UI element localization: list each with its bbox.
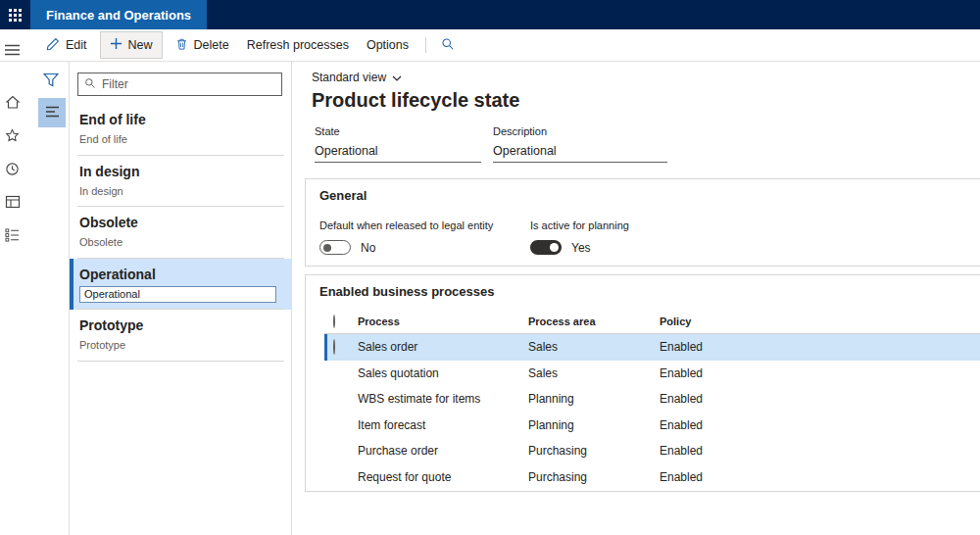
grid-row-purchase-order[interactable]: Purchase order Purchasing Enabled bbox=[324, 438, 980, 464]
view-selector-label: Standard view bbox=[312, 71, 386, 84]
cell-process-area: Planning bbox=[528, 418, 660, 432]
cell-policy: Enabled bbox=[660, 340, 980, 354]
view-selector[interactable]: Standard view bbox=[312, 71, 402, 84]
cell-process: WBS estimate for items bbox=[358, 392, 528, 406]
general-section: General Default when released to legal e… bbox=[305, 178, 980, 267]
menu-button[interactable] bbox=[0, 39, 24, 63]
cell-policy: Enabled bbox=[660, 444, 980, 458]
refresh-processes-button[interactable]: Refresh processes bbox=[238, 33, 358, 57]
description-label: Description bbox=[493, 125, 667, 137]
default-released-toggle-group: Default when released to legal entity No bbox=[319, 219, 493, 255]
top-navigation-bar: Finance and Operations bbox=[0, 0, 980, 29]
new-label: New bbox=[128, 38, 153, 52]
edit-label: Edit bbox=[66, 38, 87, 52]
list-item-in-design[interactable]: In design In design bbox=[70, 156, 291, 208]
refresh-processes-label: Refresh processes bbox=[247, 38, 349, 52]
navigation-rail bbox=[0, 33, 24, 535]
list-item-obsolete[interactable]: Obsolete Obsolete bbox=[70, 207, 291, 259]
home-icon bbox=[5, 95, 21, 114]
app-launcher-button[interactable] bbox=[0, 0, 30, 29]
delete-label: Delete bbox=[194, 38, 229, 52]
description-value[interactable]: Operational bbox=[493, 139, 667, 163]
plus-icon bbox=[110, 37, 122, 53]
state-label: State bbox=[315, 125, 481, 137]
workspaces-button[interactable] bbox=[0, 192, 24, 216]
edit-button[interactable]: Edit bbox=[37, 32, 96, 59]
active-for-planning-value: Yes bbox=[571, 241, 591, 255]
state-field: State Operational bbox=[315, 125, 481, 163]
item-subtitle: End of life bbox=[79, 133, 283, 145]
item-subtitle-input[interactable] bbox=[79, 286, 276, 303]
filter-input[interactable] bbox=[102, 77, 275, 91]
general-section-title: General bbox=[319, 188, 367, 203]
options-label: Options bbox=[367, 38, 409, 52]
home-button[interactable] bbox=[0, 92, 24, 116]
grid-header-row: Process Process area Policy bbox=[324, 309, 980, 334]
grid-row-sales-quotation[interactable]: Sales quotation Sales Enabled bbox=[324, 361, 980, 387]
active-for-planning-label: Is active for planning bbox=[530, 219, 629, 231]
options-button[interactable]: Options bbox=[358, 33, 417, 57]
column-header-process[interactable]: Process bbox=[358, 316, 528, 327]
modules-button[interactable] bbox=[0, 225, 24, 249]
column-header-process-area[interactable]: Process area bbox=[528, 316, 660, 327]
toolbar-divider bbox=[425, 37, 426, 53]
lifecycle-state-list-panel: End of life End of life In design In des… bbox=[70, 62, 291, 535]
trash-icon bbox=[175, 37, 188, 54]
list-item-operational[interactable]: Operational bbox=[70, 259, 291, 311]
list-item-end-of-life[interactable]: End of life End of life bbox=[70, 104, 291, 156]
favorites-star-icon bbox=[5, 128, 20, 147]
cell-process-area: Planning bbox=[528, 392, 660, 406]
app-title[interactable]: Finance and Operations bbox=[30, 0, 207, 29]
menu-icon bbox=[5, 42, 20, 60]
recent-button[interactable] bbox=[0, 159, 24, 182]
list-item-prototype[interactable]: Prototype Prototype bbox=[70, 310, 291, 362]
filter-search-icon bbox=[84, 75, 96, 93]
cell-process: Sales quotation bbox=[358, 366, 528, 380]
row-radio[interactable] bbox=[333, 339, 335, 355]
item-subtitle: In design bbox=[79, 185, 283, 197]
item-title: Operational bbox=[79, 267, 283, 282]
cell-policy: Enabled bbox=[660, 392, 980, 406]
modules-icon bbox=[5, 228, 20, 246]
cell-policy: Enabled bbox=[660, 470, 980, 484]
edit-pencil-icon bbox=[46, 37, 60, 54]
filter-box bbox=[77, 73, 282, 96]
column-header-policy[interactable]: Policy bbox=[660, 316, 980, 327]
favorites-button[interactable] bbox=[0, 125, 24, 149]
filter-button[interactable] bbox=[39, 71, 63, 92]
cell-process: Sales order bbox=[358, 340, 528, 354]
enabled-business-processes-section: Enabled business processes Process Proce… bbox=[305, 274, 980, 492]
cell-policy: Enabled bbox=[660, 366, 980, 380]
cell-process-area: Purchasing bbox=[528, 444, 660, 458]
search-button[interactable] bbox=[434, 32, 462, 59]
item-title: In design bbox=[79, 164, 283, 179]
item-title: Prototype bbox=[79, 317, 283, 333]
workspaces-icon bbox=[5, 195, 21, 213]
active-for-planning-toggle[interactable] bbox=[530, 240, 562, 255]
processes-grid: Process Process area Policy Sales order … bbox=[324, 309, 980, 490]
grid-row-item-forecast[interactable]: Item forecast Planning Enabled bbox=[324, 413, 980, 439]
page-title: Product lifecycle state bbox=[312, 89, 519, 112]
default-released-toggle[interactable] bbox=[319, 240, 351, 255]
search-icon bbox=[441, 37, 455, 54]
item-subtitle: Obsolete bbox=[79, 236, 283, 248]
grid-row-request-for-quote[interactable]: Request for quote Purchasing Enabled bbox=[324, 464, 980, 491]
list-view-icon bbox=[45, 104, 60, 122]
cell-policy: Enabled bbox=[660, 418, 980, 432]
chevron-down-icon bbox=[392, 71, 402, 84]
processes-section-title: Enabled business processes bbox=[319, 284, 494, 299]
default-released-value: No bbox=[361, 241, 375, 255]
description-field: Description Operational bbox=[493, 125, 667, 163]
delete-button[interactable]: Delete bbox=[167, 32, 238, 59]
grid-row-sales-order[interactable]: Sales order Sales Enabled bbox=[324, 334, 980, 361]
state-value[interactable]: Operational bbox=[315, 139, 481, 163]
cell-process: Purchase order bbox=[358, 444, 528, 458]
cell-process: Request for quote bbox=[358, 470, 528, 484]
toggle-knob bbox=[323, 244, 331, 252]
grid-row-wbs-estimate[interactable]: WBS estimate for items Planning Enabled bbox=[324, 386, 980, 413]
list-view-toggle-button[interactable] bbox=[38, 98, 66, 127]
default-released-label: Default when released to legal entity bbox=[319, 219, 493, 231]
select-all-radio[interactable] bbox=[333, 315, 335, 328]
new-button[interactable]: New bbox=[100, 31, 163, 59]
main-content: Standard view Product lifecycle state St… bbox=[292, 62, 980, 535]
